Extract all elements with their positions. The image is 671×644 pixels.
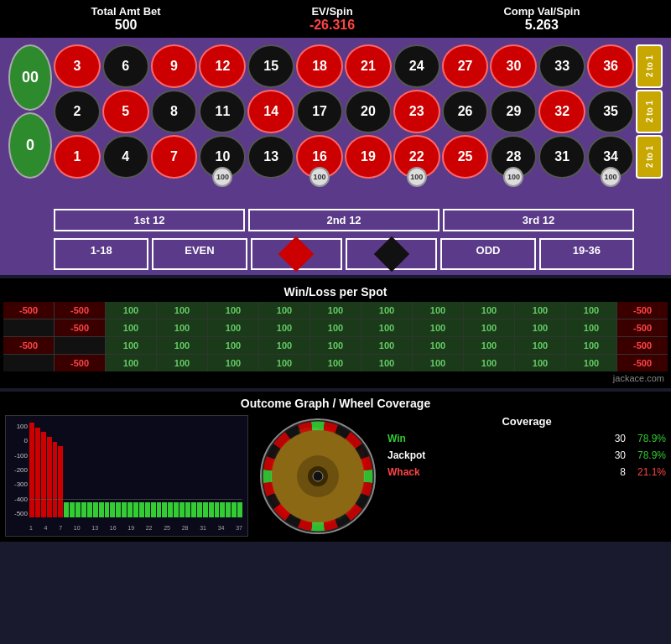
num-24[interactable]: 24	[393, 44, 440, 88]
wl-r4c9: 100	[413, 355, 463, 371]
black-diamond-icon	[373, 236, 408, 272]
num-13[interactable]: 13	[247, 135, 294, 179]
bet-even[interactable]: EVEN	[152, 238, 247, 270]
num-29[interactable]: 29	[490, 90, 537, 133]
num-35[interactable]: 35	[587, 90, 634, 133]
bar-28	[185, 502, 190, 517]
coverage-whack-label: Whack	[388, 466, 602, 478]
num-9[interactable]: 9	[151, 44, 198, 88]
num-11[interactable]: 11	[199, 90, 246, 133]
num-32[interactable]: 32	[538, 90, 585, 133]
wl-r2c12: 100	[566, 319, 616, 336]
num-4[interactable]: 4	[102, 135, 149, 179]
side-bet-top[interactable]: 2 to 1	[636, 44, 663, 88]
x-label-13: 13	[91, 525, 98, 531]
x-label-7: 7	[59, 525, 62, 531]
num-3[interactable]: 3	[54, 44, 101, 88]
num-19[interactable]: 19	[345, 135, 392, 179]
num-28[interactable]: 28 100	[490, 135, 537, 179]
num-1[interactable]: 1	[54, 135, 101, 179]
wl-r4c8: 100	[362, 355, 412, 371]
wl-r3c11: 100	[515, 337, 565, 354]
num-14[interactable]: 14	[247, 90, 294, 133]
num-23[interactable]: 23	[393, 90, 440, 133]
wl-r1c5: 100	[208, 302, 258, 319]
stats-bar: Total Amt Bet 500 EV/Spin -26.316 Comp V…	[0, 0, 671, 38]
x-label-28: 28	[182, 525, 189, 531]
num-33[interactable]: 33	[538, 44, 585, 88]
wl-r2c9: 100	[413, 319, 463, 336]
num-20[interactable]: 20	[345, 90, 392, 133]
bar-1	[29, 423, 34, 517]
num-18[interactable]: 18	[296, 44, 343, 88]
bet-black[interactable]	[346, 238, 437, 270]
comp-val-value: 5.263	[503, 18, 580, 33]
double-zero[interactable]: 00	[8, 44, 52, 111]
bet-1-18[interactable]: 1-18	[54, 238, 148, 270]
wl-r1c4: 100	[157, 302, 207, 319]
side-bet-mid[interactable]: 2 to 1	[636, 90, 663, 133]
num-6[interactable]: 6	[102, 44, 149, 88]
num-12[interactable]: 12	[199, 44, 246, 88]
y-label-100: 100	[9, 423, 28, 430]
num-7[interactable]: 7	[151, 135, 198, 179]
x-label-19: 19	[127, 525, 134, 531]
bar-14	[105, 502, 110, 517]
bar-6	[58, 446, 63, 517]
num-36[interactable]: 36	[587, 44, 634, 88]
y-label-n500: -500	[9, 510, 28, 517]
num-34[interactable]: 34 100	[587, 135, 634, 179]
bar-18	[127, 502, 133, 517]
coverage-jackpot-count: 30	[609, 449, 626, 461]
wl-r3c6: 100	[259, 337, 309, 354]
wheel-container	[255, 415, 381, 537]
wl-title: Win/Loss per Spot	[3, 282, 668, 302]
num-30[interactable]: 30	[490, 44, 537, 88]
wl-r4c7: 100	[310, 355, 361, 371]
x-label-4: 4	[44, 525, 48, 531]
num-25[interactable]: 25	[442, 135, 489, 179]
second-dozen[interactable]: 2nd 12	[248, 209, 440, 231]
wl-r1c8: 100	[362, 302, 412, 319]
coverage-win-count: 30	[609, 433, 626, 444]
wl-r3c7: 100	[310, 337, 361, 354]
zero-line	[29, 499, 242, 500]
side-bet-bot[interactable]: 2 to 1	[636, 135, 663, 179]
num-15[interactable]: 15	[247, 44, 294, 88]
third-dozen[interactable]: 3rd 12	[443, 209, 634, 231]
num-2[interactable]: 2	[54, 90, 101, 133]
num-31[interactable]: 31	[538, 135, 585, 179]
bar-37	[237, 502, 242, 517]
wl-r3c2	[55, 337, 105, 354]
single-zero[interactable]: 0	[8, 112, 52, 179]
coverage-win-label: Win	[388, 433, 602, 444]
bet-19-36[interactable]: 19-36	[539, 238, 634, 270]
num-27[interactable]: 27	[442, 44, 489, 88]
chip-col2: 100	[309, 167, 330, 187]
zero-column: 00 0	[8, 44, 52, 179]
num-17[interactable]: 17	[296, 90, 343, 133]
first-dozen[interactable]: 1st 12	[54, 209, 245, 231]
x-label-34: 34	[218, 525, 225, 531]
wl-r4c6: 100	[259, 355, 309, 371]
outside-bets-row: 1-18 EVEN ODD 19-36	[8, 238, 663, 270]
bar-2	[35, 428, 40, 517]
num-5[interactable]: 5	[102, 90, 149, 133]
chip-col5: 100	[601, 167, 621, 187]
bar-11	[87, 502, 92, 517]
bet-odd[interactable]: ODD	[440, 238, 535, 270]
num-22[interactable]: 22 100	[393, 135, 440, 179]
outcome-section: Outcome Graph / Wheel Coverage 100 0 -10…	[0, 392, 671, 542]
num-10[interactable]: 10 100	[199, 135, 246, 179]
num-16[interactable]: 16 100	[296, 135, 343, 179]
bar-19	[133, 502, 138, 517]
bet-red[interactable]	[251, 238, 342, 270]
wl-r4c12: 100	[566, 355, 616, 371]
numbers-grid: 3 6 9 12 15 18 21 24 27 30 33 36 2 5 8 1…	[54, 44, 634, 179]
bar-13	[99, 502, 104, 517]
coverage-table: Coverage Win 30 78.9% Jackpot 30 78.9% W…	[388, 415, 666, 537]
num-21[interactable]: 21	[345, 44, 392, 88]
wl-section: Win/Loss per Spot -500 -500 100 100 100 …	[0, 278, 671, 388]
num-8[interactable]: 8	[151, 90, 198, 133]
num-26[interactable]: 26	[442, 90, 489, 133]
